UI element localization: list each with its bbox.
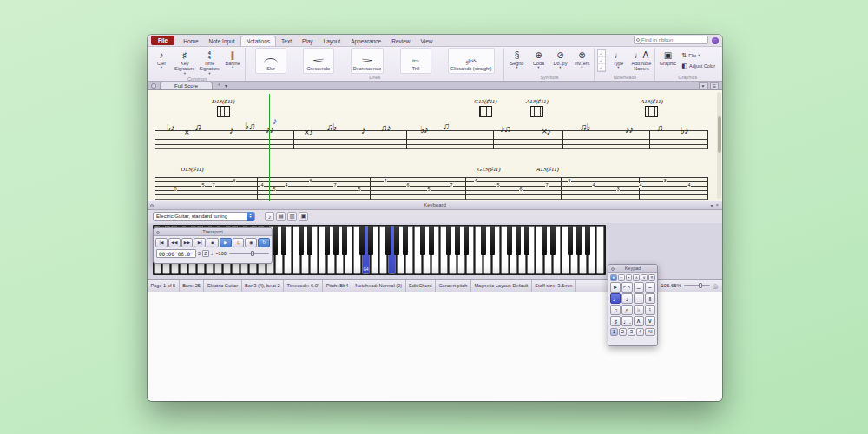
keypad-button[interactable]: ∨ (645, 316, 655, 326)
piano-key-black[interactable] (403, 226, 408, 255)
repeat-button[interactable]: ↻ (258, 238, 270, 247)
piano-key-black[interactable] (516, 226, 521, 255)
keypad-layout-tab-1[interactable]: ● (610, 274, 617, 281)
keypad-button[interactable]: ♮ (645, 305, 655, 315)
instrument-select[interactable]: Electric Guitar, standard tuning ▲▼ (153, 212, 255, 221)
close-icon[interactable]: × (715, 202, 719, 208)
keyboard-tool-icon-4[interactable]: ▣ (299, 212, 308, 221)
add-note-names-button[interactable]: ♩AAdd Note Names (629, 48, 653, 74)
keypad-button[interactable] (621, 282, 632, 293)
fast-forward-button[interactable]: ▶▶ (181, 238, 194, 247)
keyboard-tool-icon-2[interactable]: ▤ (276, 212, 286, 221)
help-icon[interactable] (712, 37, 719, 44)
glissando-straight-button[interactable]: gliss.Glissando (straight) (448, 48, 495, 74)
zoom-slider[interactable] (684, 285, 710, 286)
ribbon-tab-notations[interactable]: Notations (240, 36, 276, 47)
keypad-button[interactable]: ~ (645, 282, 655, 293)
piano-key-black[interactable] (542, 226, 547, 255)
keyboard-panel-titlebar[interactable]: Keyboard ▾× (148, 201, 722, 210)
ribbon-tab-home[interactable]: Home (178, 36, 203, 47)
piano-key-black[interactable] (524, 226, 529, 255)
piano-key-black[interactable] (385, 226, 391, 255)
keypad-layout-tab-3[interactable]: ▪ (626, 274, 633, 281)
piano-key-black[interactable] (481, 226, 486, 255)
piano-key-black[interactable] (368, 226, 373, 255)
scrollbar-thumb[interactable] (718, 116, 721, 153)
ribbon-tab-layout[interactable]: Layout (319, 36, 346, 47)
piano-key-black[interactable] (359, 226, 365, 255)
doctab-options[interactable]: ▼ (699, 82, 708, 89)
filter-button[interactable]: ☰ (710, 82, 719, 89)
go-to-start-button[interactable]: |◀ (155, 238, 168, 247)
piano-key-black[interactable] (550, 226, 556, 255)
zoom-slider-thumb[interactable] (699, 283, 702, 288)
coda-button[interactable]: ⊕Coda▾ (528, 48, 549, 74)
piano-key-black[interactable] (342, 226, 347, 255)
tab-list-chevron-icon[interactable]: ▾ (225, 82, 227, 89)
piano-key-black[interactable] (455, 226, 460, 255)
new-tab-icon[interactable]: ＋ (216, 81, 221, 89)
record-button[interactable]: ◉ (245, 238, 257, 247)
piano-key-black[interactable] (299, 226, 304, 255)
piano-key-black[interactable] (420, 226, 425, 255)
voice-1-button[interactable]: 1 (610, 328, 618, 336)
piano-key-black[interactable] (333, 226, 339, 255)
voice-all-button[interactable]: All (645, 328, 655, 336)
piano-key-black[interactable] (273, 226, 278, 255)
chevron-down-icon[interactable]: ▾ (710, 202, 713, 208)
piano-key-black[interactable] (307, 226, 312, 255)
piano-key-black[interactable] (585, 226, 590, 255)
keypad-layout-tab-6[interactable]: ≡ (648, 274, 655, 281)
graphic-button[interactable]: ▣Graphic (657, 48, 678, 74)
keypad-button[interactable]: ♭ (634, 305, 644, 315)
keyboard-tool-icon-3[interactable]: ▥ (287, 212, 297, 221)
piano-key-black[interactable] (576, 226, 582, 255)
piano-key-black[interactable] (446, 226, 451, 255)
piano-key-black[interactable] (394, 226, 399, 255)
ribbon-tab-view[interactable]: View (416, 36, 438, 47)
keypad-button[interactable]: ∧ (634, 316, 644, 326)
key-signature-button[interactable]: ♯Key Signature▾ (173, 48, 197, 76)
keypad-layout-tab-5[interactable]: ∨ (641, 274, 648, 281)
piano-key-black[interactable] (507, 226, 512, 255)
flexi-time-button[interactable]: ϟ (233, 238, 245, 247)
keypad-button[interactable]: – (634, 282, 644, 293)
tab-full-score[interactable]: Full Score (160, 82, 213, 89)
inv-ent-button[interactable]: ⊗Inv..ent▾ (571, 48, 592, 74)
ribbon-tab-appearance[interactable]: Appearance (345, 36, 386, 47)
find-in-ribbon-input[interactable] (641, 37, 704, 43)
flip-button[interactable]: ⇅Flip▾ (679, 51, 718, 60)
adjust-color-button[interactable]: ◧Adjust Color (679, 62, 718, 70)
voice-3-button[interactable]: 3 (628, 328, 635, 336)
ribbon-tab-note-input[interactable]: Note Input (204, 36, 240, 47)
go-to-end-button[interactable]: ▶| (194, 238, 206, 247)
stop-button[interactable]: ■ (207, 238, 219, 247)
play-button[interactable]: ▶ (220, 238, 232, 247)
tempo-slider[interactable] (229, 253, 269, 254)
close-icon[interactable] (156, 231, 160, 234)
piano-key-black[interactable] (281, 226, 286, 255)
close-icon[interactable] (611, 267, 615, 271)
piano-key-white[interactable] (596, 226, 604, 274)
keypad-button[interactable]: ♫ (610, 305, 621, 315)
ribbon-tab-text[interactable]: Text (276, 36, 297, 47)
piano-key-black[interactable] (490, 226, 495, 255)
keypad-layout-tab-4[interactable]: ∧ (633, 274, 640, 281)
keypad-button[interactable]: ‖ (645, 293, 655, 304)
decrescendo-button[interactable]: >Decrescendo (351, 48, 384, 74)
segno-button[interactable]: §Segno▾ (506, 48, 527, 74)
doctab-nav-icon[interactable] (151, 83, 156, 89)
keypad-button[interactable]: ♩ (610, 293, 621, 304)
close-icon[interactable] (150, 204, 154, 207)
crescendo-button[interactable]: <Crescendo (303, 48, 334, 74)
score-view[interactable]: D13(♯11)G13(♯11)A13(♯11)A13(♯11)♭♪×♫♪♭♫♪… (148, 90, 722, 201)
slur-button[interactable]: Slur (255, 48, 286, 74)
noteheads-gallery[interactable]: ♩♩♩ (597, 49, 606, 72)
piano-key-black[interactable] (464, 226, 469, 255)
z-button[interactable]: Z (202, 250, 209, 257)
zoom-reset-icon[interactable]: ◎ (713, 283, 718, 289)
transport-titlebar[interactable]: Transport (154, 228, 272, 236)
ribbon-tab-review[interactable]: Review (386, 36, 415, 47)
piano-key-black[interactable] (568, 226, 573, 255)
voice-4-button[interactable]: 4 (636, 328, 644, 336)
